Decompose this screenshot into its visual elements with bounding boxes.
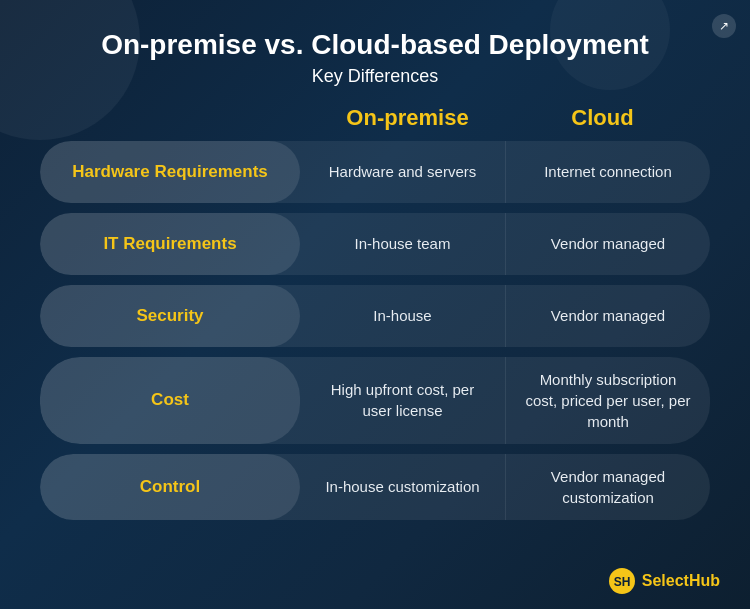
row-cell-security-cloud: Vendor managed: [505, 285, 710, 347]
title-part1: On-premise: [101, 29, 257, 60]
logo-text-hub: Hub: [689, 572, 720, 589]
row-cell-control-onprem: In-house customization: [300, 454, 505, 520]
svg-text:SH: SH: [613, 575, 630, 589]
row-label-control: Control: [40, 454, 300, 520]
subtitle: Key Differences: [40, 66, 710, 87]
logo-text-select: Select: [642, 572, 689, 589]
row-cell-hardware-onprem: Hardware and servers: [300, 141, 505, 203]
col-header-cloud: Cloud: [505, 105, 700, 131]
title-vs: vs.: [257, 29, 311, 60]
row-cell-security-onprem: In-house: [300, 285, 505, 347]
table-row: Hardware Requirements Hardware and serve…: [40, 141, 710, 203]
row-label-security: Security: [40, 285, 300, 347]
table-row: Security In-house Vendor managed: [40, 285, 710, 347]
header: On-premise vs. Cloud-based Deployment Ke…: [40, 28, 710, 87]
logo-text: SelectHub: [642, 572, 720, 590]
main-container: On-premise vs. Cloud-based Deployment Ke…: [0, 0, 750, 540]
row-cell-control-cloud: Vendor managed customization: [505, 454, 710, 520]
row-label-it: IT Requirements: [40, 213, 300, 275]
row-cell-cost-cloud: Monthly subscription cost, priced per us…: [505, 357, 710, 444]
main-title: On-premise vs. Cloud-based Deployment: [40, 28, 710, 62]
rows-container: Hardware Requirements Hardware and serve…: [40, 141, 710, 520]
title-part2: Cloud-based Deployment: [311, 29, 649, 60]
row-label-cost: Cost: [40, 357, 300, 444]
column-headers: On-premise Cloud: [40, 105, 710, 131]
table-row: Cost High upfront cost, per user license…: [40, 357, 710, 444]
col-header-empty: [50, 105, 310, 131]
row-cell-it-cloud: Vendor managed: [505, 213, 710, 275]
row-cell-hardware-cloud: Internet connection: [505, 141, 710, 203]
selecthub-logo-icon: SH: [608, 567, 636, 595]
col-header-onpremise: On-premise: [310, 105, 505, 131]
table-row: IT Requirements In-house team Vendor man…: [40, 213, 710, 275]
row-cell-cost-onprem: High upfront cost, per user license: [300, 357, 505, 444]
row-label-hardware: Hardware Requirements: [40, 141, 300, 203]
row-cell-it-onprem: In-house team: [300, 213, 505, 275]
table-row: Control In-house customization Vendor ma…: [40, 454, 710, 520]
logo: SH SelectHub: [608, 567, 720, 595]
